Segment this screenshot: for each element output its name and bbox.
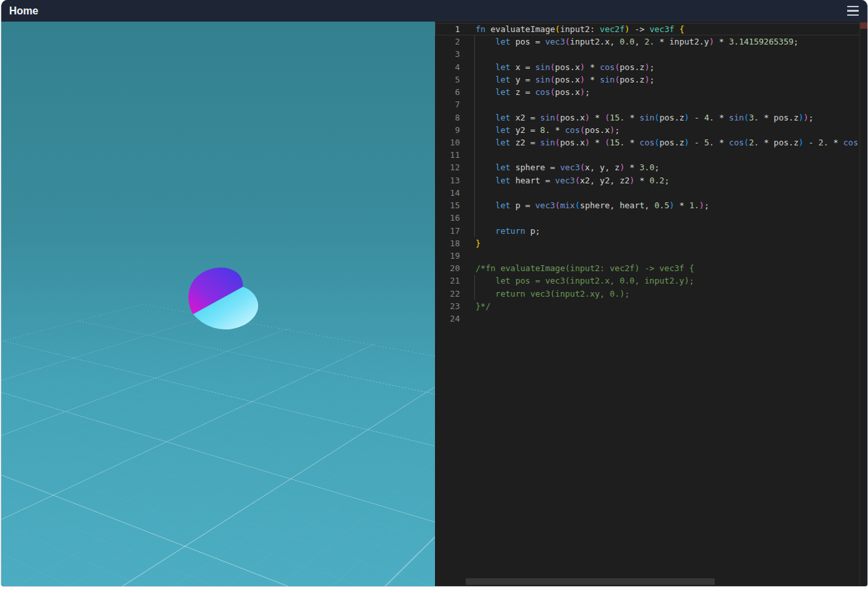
code-line[interactable]: 20/*fn evaluateImage(input2: vec2f) -> v…	[435, 262, 867, 274]
hamburger-menu-icon[interactable]	[847, 6, 859, 16]
code-text: /*fn evaluateImage(input2: vec2f) -> vec…	[466, 262, 694, 274]
code-line[interactable]: 4 let x = sin(pos.x) * cos(pos.z);	[435, 61, 867, 73]
code-text: let sphere = vec3(x, y, z) * 3.0;	[466, 161, 660, 174]
line-number: 14	[435, 187, 466, 199]
code-text: let pos = vec3(input2.x, 0.0, input2.y);	[466, 274, 694, 287]
code-line[interactable]: 10 let z2 = sin(pos.x) * (15. * cos(pos.…	[435, 136, 867, 149]
code-text: let y2 = 8. * cos(pos.x);	[466, 124, 620, 136]
code-line[interactable]: 19	[435, 250, 867, 262]
code-text: return vec3(input2.xy, 0.);	[466, 288, 630, 300]
code-line[interactable]: 13 let heart = vec3(x2, y2, z2) * 0.2;	[435, 174, 867, 187]
line-number: 2	[435, 35, 466, 48]
code-line[interactable]: 3	[435, 48, 867, 60]
code-text: fn evaluateImage(input2: vec2f) -> vec3f…	[466, 23, 685, 35]
main-content: 1fn evaluateImage(input2: vec2f) -> vec3…	[1, 22, 867, 586]
line-number: 12	[435, 161, 466, 174]
line-number: 10	[435, 136, 466, 149]
code-text: }	[466, 237, 481, 250]
horizontal-scrollbar-thumb[interactable]	[466, 578, 715, 585]
code-line[interactable]: 1fn evaluateImage(input2: vec2f) -> vec3…	[435, 23, 867, 35]
code-line[interactable]: 7	[435, 98, 867, 111]
indent-guide	[474, 275, 475, 301]
line-number: 23	[435, 300, 466, 312]
line-number: 7	[435, 98, 466, 111]
code-line[interactable]: 5 let y = sin(pos.x) * sin(pos.z);	[435, 73, 867, 86]
code-line[interactable]: 18}	[435, 237, 867, 250]
code-line[interactable]: 8 let x2 = sin(pos.x) * (15. * sin(pos.z…	[435, 111, 867, 124]
line-number: 1	[435, 23, 466, 35]
code-line[interactable]: 16	[435, 212, 867, 224]
app-window: Home	[1, 0, 868, 587]
line-number: 11	[435, 149, 466, 161]
indent-guide	[474, 35, 475, 237]
code-text: let x2 = sin(pos.x) * (15. * sin(pos.z) …	[466, 111, 814, 124]
line-number: 24	[435, 312, 466, 325]
code-text: let pos = vec3(input2.x, 0.0, 2. * input…	[466, 35, 799, 48]
code-text: let z2 = sin(pos.x) * (15. * cos(pos.z) …	[466, 136, 863, 149]
line-number: 20	[435, 262, 466, 274]
code-text: }*/	[466, 300, 491, 312]
code-line[interactable]: 2 let pos = vec3(input2.x, 0.0, 2. * inp…	[435, 35, 867, 48]
code-text: let p = vec3(mix(sphere, heart, 0.5) * 1…	[466, 199, 709, 212]
code-line[interactable]: 6 let z = cos(pos.x);	[435, 86, 867, 98]
code-line[interactable]: 12 let sphere = vec3(x, y, z) * 3.0;	[435, 161, 867, 174]
overview-ruler-marker	[860, 22, 867, 29]
line-number: 22	[435, 288, 466, 300]
line-number: 21	[435, 274, 466, 287]
code-text	[466, 312, 476, 325]
editor-lines: 1fn evaluateImage(input2: vec2f) -> vec3…	[435, 22, 867, 325]
code-text	[466, 250, 476, 262]
code-line[interactable]: 14	[435, 187, 867, 199]
code-text: let x = sin(pos.x) * cos(pos.z);	[466, 61, 654, 73]
code-line[interactable]: 9 let y2 = 8. * cos(pos.x);	[435, 124, 867, 136]
code-line[interactable]: 21 let pos = vec3(input2.x, 0.0, input2.…	[435, 274, 867, 287]
line-number: 19	[435, 250, 466, 262]
line-number: 6	[435, 86, 466, 98]
code-line[interactable]: 11	[435, 149, 867, 161]
code-line[interactable]: 15 let p = vec3(mix(sphere, heart, 0.5) …	[435, 199, 867, 212]
code-line[interactable]: 17 return p;	[435, 225, 867, 237]
code-line[interactable]: 23}*/	[435, 300, 867, 312]
3d-viewport[interactable]	[1, 22, 435, 586]
line-number: 8	[435, 111, 466, 124]
code-editor[interactable]: 1fn evaluateImage(input2: vec2f) -> vec3…	[435, 22, 867, 586]
app-header: Home	[1, 0, 867, 22]
code-text: let z = cos(pos.x);	[466, 86, 590, 98]
code-line[interactable]: 22 return vec3(input2.xy, 0.);	[435, 288, 867, 300]
line-number: 3	[435, 48, 466, 60]
line-number: 15	[435, 199, 466, 212]
line-number: 18	[435, 237, 466, 250]
line-number: 13	[435, 174, 466, 187]
line-number: 4	[435, 61, 466, 73]
page-title: Home	[1, 5, 38, 17]
line-number: 9	[435, 124, 466, 136]
line-number: 16	[435, 212, 466, 224]
3d-object	[185, 264, 265, 334]
line-number: 5	[435, 73, 466, 86]
vertical-scrollbar[interactable]	[859, 22, 867, 586]
code-line[interactable]: 24	[435, 312, 867, 325]
line-number: 17	[435, 225, 466, 237]
code-text: return p;	[466, 225, 540, 237]
code-text: let heart = vec3(x2, y2, z2) * 0.2;	[466, 174, 670, 187]
code-text: let y = sin(pos.x) * sin(pos.z);	[466, 73, 654, 86]
